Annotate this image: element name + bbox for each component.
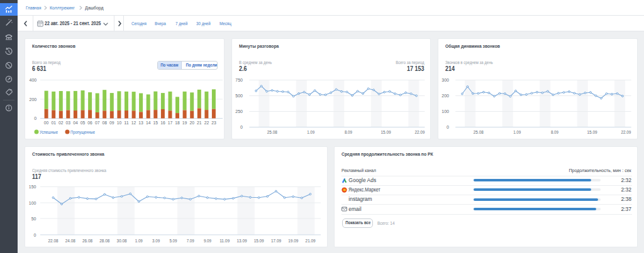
svg-text:28.08: 28.08 (99, 239, 109, 243)
svg-text:22.09: 22.09 (414, 130, 425, 134)
svg-text:22.08: 22.08 (48, 239, 58, 243)
svg-text:22.09: 22.09 (621, 130, 631, 134)
svg-text:400: 400 (30, 78, 37, 82)
svg-text:3.09: 3.09 (152, 239, 160, 243)
svg-text:16: 16 (160, 121, 165, 125)
svg-text:250: 250 (235, 109, 243, 114)
svg-text:11.09: 11.09 (219, 239, 230, 243)
svg-text:17: 17 (168, 121, 173, 125)
svg-text:9.09: 9.09 (204, 239, 211, 243)
svg-text:05: 05 (80, 121, 86, 125)
svg-text:01: 01 (51, 121, 56, 125)
svg-text:18: 18 (175, 121, 180, 125)
svg-text:Пропущенные: Пропущенные (70, 129, 95, 135)
svg-text:19.09: 19.09 (288, 239, 298, 243)
svg-text:10: 10 (117, 121, 122, 125)
svg-text:50: 50 (31, 217, 36, 221)
svg-text:8.09: 8.09 (345, 130, 352, 134)
svg-text:12: 12 (131, 121, 136, 125)
svg-text:0: 0 (34, 233, 36, 237)
svg-text:0: 0 (447, 125, 449, 129)
svg-text:1.09: 1.09 (135, 239, 143, 243)
svg-text:15.09: 15.09 (381, 130, 391, 134)
svg-text:15: 15 (153, 121, 158, 125)
svg-text:100: 100 (29, 201, 36, 205)
svg-text:00: 00 (44, 121, 49, 125)
svg-text:500: 500 (235, 94, 243, 98)
svg-text:200: 200 (30, 97, 37, 102)
svg-text:07: 07 (95, 121, 100, 125)
svg-text:20: 20 (189, 121, 194, 125)
svg-text:14: 14 (146, 121, 151, 125)
svg-text:17.09: 17.09 (271, 239, 281, 243)
svg-text:100: 100 (441, 109, 449, 114)
svg-text:19: 19 (182, 121, 187, 125)
svg-text:13.09: 13.09 (237, 239, 247, 243)
svg-text:23: 23 (211, 121, 216, 125)
svg-text:25.08: 25.08 (474, 130, 484, 134)
svg-text:200: 200 (441, 94, 449, 98)
svg-text:750: 750 (235, 78, 243, 82)
svg-text:150: 150 (29, 185, 36, 189)
svg-text:0: 0 (240, 125, 243, 129)
svg-text:06: 06 (87, 121, 92, 125)
svg-text:11: 11 (124, 121, 129, 125)
svg-text:26.08: 26.08 (82, 239, 92, 243)
svg-text:25.08: 25.08 (267, 130, 277, 134)
svg-text:7.09: 7.09 (187, 239, 194, 243)
svg-text:13: 13 (138, 121, 143, 125)
svg-text:Успешные: Успешные (40, 129, 58, 135)
svg-text:5.09: 5.09 (169, 239, 177, 243)
svg-text:09: 09 (109, 121, 114, 125)
svg-text:1.09: 1.09 (307, 130, 314, 134)
svg-text:30.08: 30.08 (117, 239, 127, 243)
svg-text:02: 02 (58, 121, 64, 125)
svg-text:08: 08 (102, 121, 107, 125)
svg-text:0: 0 (34, 116, 36, 121)
svg-text:300: 300 (441, 78, 449, 82)
svg-text:04: 04 (73, 121, 78, 125)
svg-text:03: 03 (66, 121, 71, 125)
svg-text:21.09: 21.09 (306, 239, 316, 243)
svg-text:1.09: 1.09 (513, 130, 521, 134)
svg-text:8.09: 8.09 (551, 130, 558, 134)
svg-text:15.09: 15.09 (254, 239, 264, 243)
svg-text:15.09: 15.09 (587, 130, 597, 134)
svg-text:21: 21 (197, 121, 202, 125)
svg-text:22: 22 (204, 121, 209, 125)
svg-text:24.08: 24.08 (65, 239, 75, 243)
